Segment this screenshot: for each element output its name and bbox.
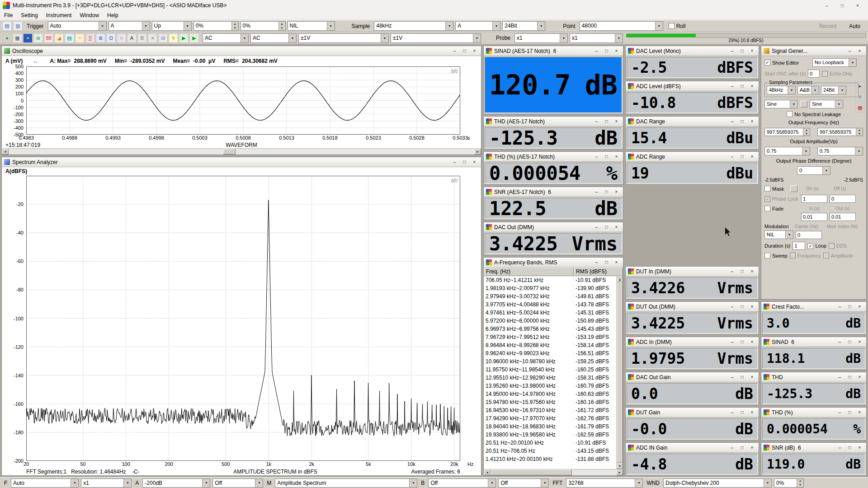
minimize-button[interactable]: – (592, 188, 601, 195)
trigger-edge-select[interactable]: Up (152, 21, 192, 31)
meter-titlebar[interactable]: ADC Range–□× (626, 152, 759, 162)
scroll-down-icon[interactable] (617, 463, 623, 469)
close-button[interactable]: × (748, 374, 756, 380)
trigger-hpf-select[interactable]: NIL (288, 21, 335, 31)
meter-titlebar[interactable]: SNR (AES-17 Notch) 6–□× (484, 187, 623, 197)
close-button[interactable]: × (748, 47, 756, 54)
up-arrow-icon[interactable] (856, 128, 863, 132)
minimize-button[interactable]: – (592, 259, 601, 266)
scope-horizontal-scrollbar[interactable] (2, 148, 481, 155)
close-button[interactable]: × (748, 118, 756, 125)
minimize-button[interactable]: – (728, 444, 736, 451)
report-icon[interactable]: ▤ (2, 21, 12, 31)
minimize-button[interactable]: – (835, 338, 844, 345)
trigger-mode-select[interactable]: Auto (48, 21, 107, 31)
maximize-button[interactable]: □ (738, 338, 746, 345)
meter-titlebar[interactable]: THD (%) (AES-17 Notch)–□× (484, 152, 623, 162)
close-button[interactable]: × (855, 409, 864, 416)
a-processing-select[interactable]: Off (212, 479, 263, 488)
hot-config-icon[interactable]: ▦ (855, 103, 865, 113)
meter-titlebar[interactable]: DUT Gain–□× (626, 408, 759, 418)
meter-titlebar[interactable]: SINAD (AES-17 Notch) 6–□× (484, 46, 623, 56)
close-button[interactable]: × (612, 153, 621, 160)
close-button[interactable]: × (612, 47, 621, 54)
phase-lock-checkbox[interactable]: Phase Lock (764, 196, 799, 202)
fft-size-select[interactable]: 32768 (566, 479, 643, 488)
phase-lock-off-input[interactable]: 0 (830, 195, 856, 203)
table-row[interactable]: 4.97461 kHz~5.00244 kHz-145.31 dBFS (484, 309, 616, 317)
up-arrow-icon[interactable] (803, 128, 810, 132)
close-button[interactable]: × (612, 224, 621, 230)
amplitude-a-select[interactable]: 0.75 (764, 147, 810, 155)
table-row[interactable]: 706.05 Hz~1.41211 kHz-10.91 dBFS (484, 276, 616, 284)
magnet-icon[interactable]: ∩ (117, 33, 126, 43)
combine-channels-icon[interactable]: × (148, 33, 157, 43)
close-button[interactable]: × (748, 338, 756, 345)
meter-titlebar[interactable]: ADC In (DMM)–□× (626, 337, 759, 347)
minimize-button[interactable]: – (728, 303, 736, 310)
minimize-button[interactable]: – (728, 338, 736, 345)
probe-a-select[interactable]: x1 (514, 33, 568, 43)
minimize-button[interactable]: – (835, 444, 844, 451)
menu-file[interactable]: File (0, 11, 17, 19)
meter-titlebar[interactable]: Crest Facto...–□× (761, 302, 866, 312)
meter-titlebar[interactable]: DUT Out (DMM)–□× (626, 302, 759, 312)
table-row[interactable]: 1.41210 kHz~20.00100 kHz-131.88 dBFS (484, 455, 616, 463)
meter-titlebar[interactable]: DAC Range–□× (626, 117, 759, 127)
table-row[interactable]: 10.96000 kHz~10.98780 kHz-159.25 dBFS (484, 357, 616, 366)
data-logger-icon[interactable]: ▤ (65, 33, 74, 43)
close-button[interactable]: × (850, 1, 865, 10)
meter-titlebar[interactable]: DAC Out (DMM)–□× (484, 222, 623, 232)
fade-out-input[interactable]: 0.01 (830, 213, 856, 221)
minimize-button[interactable]: – (728, 118, 736, 125)
maximize-button[interactable]: □ (738, 303, 746, 310)
oscilloscope-icon[interactable]: ≈ (23, 33, 33, 43)
signal-generator-titlebar[interactable]: Signal Gener... –× (761, 46, 866, 56)
auto-button[interactable]: Auto (844, 22, 866, 30)
point-count-select[interactable]: 48000 (580, 21, 663, 31)
close-button[interactable]: × (855, 374, 864, 380)
scrollbar-thumb[interactable] (617, 282, 623, 463)
meter-titlebar[interactable]: THD–□× (761, 372, 866, 382)
device-test-plan-icon[interactable]: ≣ (96, 33, 105, 43)
oscilloscope-titlebar[interactable]: Oscilloscope –□× (2, 46, 481, 56)
lcr-meter-icon[interactable]: Ω (106, 33, 116, 43)
spectrum-plot[interactable]: MI -20-40-60-80-100-120-140-160-180-2002… (26, 176, 460, 461)
maximize-button[interactable]: □ (845, 374, 854, 380)
echo-only-checkbox[interactable]: Echo Only (822, 71, 853, 77)
cursor-marker-icon[interactable] (33, 58, 38, 64)
app-titlebar[interactable]: Multi-Instrument Pro 3.9 - [+3DP+DLG+LCR… (0, 0, 868, 11)
down-arrow-icon[interactable] (797, 483, 803, 487)
maximize-button[interactable]: □ (460, 159, 469, 165)
channel-a-view-icon[interactable]: A (127, 33, 137, 43)
sweep-frequency-checkbox[interactable]: Frequency (790, 253, 821, 258)
play-icon[interactable]: ▶ (179, 33, 189, 43)
siggen-channel-select[interactable]: A&B (797, 86, 819, 94)
scroll-up-icon[interactable] (617, 276, 623, 282)
coupling-b-select[interactable]: AC (250, 33, 297, 43)
table-row[interactable]: 12.95510 kHz~12.98290 kHz-158.31 dBFS (484, 374, 616, 382)
close-button[interactable]: × (748, 444, 756, 451)
minimize-button[interactable]: – (592, 153, 601, 160)
maximize-button[interactable]: □ (845, 444, 854, 451)
scrollbar-thumb[interactable] (491, 469, 572, 475)
table-row[interactable]: 7.96729 kHz~7.99512 kHz-153.19 dBFS (484, 333, 616, 341)
up-arrow-icon[interactable] (797, 479, 803, 483)
maximize-button[interactable]: □ (738, 47, 746, 54)
scroll-left-icon[interactable] (2, 149, 9, 155)
range-a-select[interactable]: ±1V (298, 33, 389, 43)
maximize-button[interactable]: □ (738, 268, 746, 275)
scroll-right-icon[interactable] (474, 149, 481, 155)
carrier-input[interactable]: 0 (796, 231, 822, 239)
mask-edit-button[interactable] (790, 185, 797, 192)
maximize-button[interactable]: □ (602, 153, 611, 160)
close-button[interactable]: × (855, 338, 864, 345)
table-row[interactable]: 18.94040 kHz~18.96830 kHz-161.79 dBFS (484, 422, 616, 431)
table-row[interactable]: 13.95260 kHz~13.98000 kHz-160.79 dBFS (484, 382, 616, 390)
wave-edit-button[interactable] (800, 101, 807, 108)
maximize-button[interactable]: □ (845, 338, 854, 345)
table-row[interactable]: 11.95750 kHz~11.98540 kHz-160.25 dBFS (484, 366, 616, 374)
oscilloscope-plot[interactable]: MI 5004003002001000-100-200-300-400-5000… (26, 66, 460, 135)
ddp-viewer-icon[interactable]: ⣿ (85, 33, 95, 43)
meter-titlebar[interactable]: DAC Out Gain–□× (626, 372, 759, 382)
